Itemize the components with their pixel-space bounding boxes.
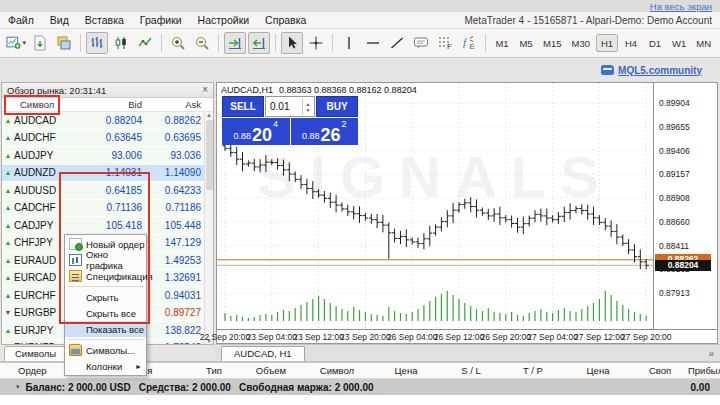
terminal-column-3[interactable]: Тип bbox=[188, 365, 240, 376]
column-symbol[interactable]: Символ bbox=[2, 99, 80, 110]
ask-pipette: 2 bbox=[342, 119, 347, 129]
symbol-name: AUDJPY bbox=[14, 150, 80, 161]
menu-item-символы-[interactable]: Символы... bbox=[65, 342, 146, 358]
ask-big-digits: 26 bbox=[320, 127, 340, 143]
ask-value: 1.70548 bbox=[142, 342, 203, 344]
fullscreen-link[interactable]: На весь экран bbox=[650, 1, 712, 12]
symbol-row-cadjpy[interactable]: ▲CADJPY105.418105.448 bbox=[2, 217, 213, 235]
trend-up-icon: ▲ bbox=[2, 187, 14, 194]
stepper-down-icon[interactable]: ▼ bbox=[306, 107, 311, 113]
symbol-row-audnzd[interactable]: ▲AUDNZD1.140311.14090 bbox=[2, 165, 213, 183]
buy-price-button[interactable]: 0.88262 bbox=[291, 118, 359, 145]
horizontal-line-icon[interactable] bbox=[362, 32, 384, 54]
buy-button[interactable]: BUY bbox=[316, 96, 358, 117]
vertical-line-icon[interactable] bbox=[338, 32, 360, 54]
timeframe-mn[interactable]: MN bbox=[692, 34, 715, 52]
fibonacci-icon[interactable]: F bbox=[434, 32, 456, 54]
symbol-row-audjpy[interactable]: ▲AUDJPY93.00693.036 bbox=[2, 147, 213, 165]
tab-symbols[interactable]: Символы bbox=[4, 346, 67, 361]
trend-down-icon: ▼ bbox=[2, 309, 14, 316]
line-chart-icon[interactable] bbox=[134, 32, 156, 54]
indicators-icon[interactable]: fE bbox=[458, 32, 480, 54]
bar-chart-icon[interactable] bbox=[86, 32, 108, 54]
menu-3[interactable]: Вставка bbox=[77, 14, 132, 26]
text-label-icon[interactable] bbox=[410, 32, 432, 54]
menu-4[interactable]: Графики bbox=[132, 14, 190, 26]
terminal-column-6[interactable]: Цена bbox=[372, 365, 440, 376]
terminal-column-8[interactable]: T / P bbox=[502, 365, 564, 376]
menu-item-label: Новый ордер bbox=[86, 239, 144, 250]
one-click-trade-panel: SELL 0.01 ▲▼ BUY 0.88204 bbox=[222, 96, 358, 145]
new-order-icon bbox=[69, 238, 82, 250]
lot-size-input[interactable]: 0.01 ▲▼ bbox=[265, 96, 315, 117]
timeframe-m5[interactable]: M5 bbox=[515, 34, 537, 52]
column-bid[interactable]: Bid bbox=[80, 99, 142, 110]
chart-plot[interactable]: SIGNALS AUDCAD,H10.88363 0.88368 0.88162… bbox=[217, 83, 653, 329]
menu-2[interactable]: Вид bbox=[42, 14, 77, 26]
menu-item-показать-все[interactable]: Показать все bbox=[65, 321, 146, 337]
trend-up-icon: ▲ bbox=[2, 274, 14, 281]
autoscroll-icon[interactable] bbox=[224, 32, 246, 54]
menu-5[interactable]: Настройки bbox=[190, 14, 258, 26]
symbol-name: AUDNZD bbox=[14, 167, 80, 178]
menu-item-спецификация[interactable]: Спецификация bbox=[65, 268, 146, 284]
sell-button[interactable]: SELL bbox=[222, 96, 264, 117]
lot-stepper[interactable]: ▲▼ bbox=[302, 98, 313, 115]
crosshair-icon[interactable] bbox=[305, 32, 327, 54]
menu-1[interactable]: Файл bbox=[0, 14, 42, 26]
zoom-out-icon[interactable] bbox=[191, 32, 213, 54]
terminal-column-11[interactable]: Прибыль bbox=[688, 365, 720, 376]
timeframe-m15[interactable]: M15 bbox=[539, 34, 565, 52]
timeframe-d1[interactable]: D1 bbox=[644, 34, 666, 52]
terminal-column-9[interactable]: Цена bbox=[564, 365, 632, 376]
menu-item-label: Скрыть все bbox=[86, 308, 136, 319]
chart-tab-audcad-h1[interactable]: AUDCAD, H1 bbox=[221, 346, 305, 361]
terminal-column-10[interactable]: Своп bbox=[632, 365, 688, 376]
timeframe-h4[interactable]: H4 bbox=[620, 34, 642, 52]
new-chart-icon[interactable]: ▾ bbox=[5, 32, 27, 54]
dropdown-caret-icon[interactable]: ▾ bbox=[22, 39, 26, 47]
terminal-column-4[interactable]: Объем bbox=[240, 365, 302, 376]
zoom-in-icon[interactable] bbox=[167, 32, 189, 54]
bid-value: 0.88204 bbox=[80, 115, 142, 126]
sell-price-button[interactable]: 0.88204 bbox=[222, 118, 290, 145]
menu-item-скрыть[interactable]: Скрыть bbox=[65, 289, 146, 305]
terminal-column-7[interactable]: S / L bbox=[440, 365, 502, 376]
trend-up-icon: ▲ bbox=[2, 292, 14, 299]
profiles-icon[interactable] bbox=[29, 32, 51, 54]
chart-shift-icon[interactable] bbox=[248, 32, 270, 54]
candlestick-chart-icon[interactable] bbox=[110, 32, 132, 54]
scroll-thumb[interactable] bbox=[206, 120, 213, 190]
timeframe-m30[interactable]: M30 bbox=[567, 34, 593, 52]
balance-row[interactable]: ▾ Баланс: 2 000.00 USD Средства: 2 000.0… bbox=[0, 379, 720, 395]
scrollbar[interactable]: ▲▼ bbox=[204, 112, 213, 344]
menu-item-колонки[interactable]: Колонки► bbox=[65, 358, 146, 374]
tab-overflow-icon[interactable]: » bbox=[708, 348, 714, 359]
close-icon[interactable]: × bbox=[202, 85, 208, 95]
symbol-row-audchf[interactable]: ▲AUDCHF0.636450.63695 bbox=[2, 130, 213, 148]
toolbar-separator bbox=[485, 34, 486, 52]
symbol-row-audusd[interactable]: ▲AUDUSD0.641850.64233 bbox=[2, 182, 213, 200]
menu-6[interactable]: Справка bbox=[257, 14, 314, 26]
cascade-windows-icon[interactable] bbox=[53, 32, 75, 54]
cursor-icon[interactable] bbox=[281, 32, 303, 54]
trendline-icon[interactable] bbox=[386, 32, 408, 54]
column-ask[interactable]: Ask bbox=[142, 99, 203, 110]
expander-icon[interactable]: ▾ bbox=[16, 383, 20, 391]
market-watch-titlebar: Обзор рынка: 20:31:41 × bbox=[2, 83, 213, 98]
profit-value: 0.00 bbox=[691, 382, 720, 393]
ask-value: 0.94031 bbox=[142, 290, 203, 301]
menu-item-label: Колонки bbox=[86, 361, 122, 372]
time-axis: 22 Sep 20:0023 Sep 04:0023 Sep 12:0023 S… bbox=[217, 329, 717, 343]
mql5-community-link[interactable]: MQL5.community bbox=[618, 65, 702, 76]
menu-item-скрыть-все[interactable]: Скрыть все bbox=[65, 305, 146, 321]
menu-item-окно-графика[interactable]: Окно графика bbox=[65, 252, 146, 268]
timeframe-w1[interactable]: W1 bbox=[668, 34, 690, 52]
ask-value: 0.89727 bbox=[142, 307, 203, 318]
timeframe-m1[interactable]: M1 bbox=[491, 34, 513, 52]
symbol-row-audcad[interactable]: ▲AUDCAD0.882040.88262 bbox=[2, 112, 213, 130]
terminal-column-5[interactable]: Символ bbox=[302, 365, 372, 376]
symbol-row-cadchf[interactable]: ▲CADCHF0.711360.71186 bbox=[2, 200, 213, 218]
timeframe-h1[interactable]: H1 bbox=[596, 34, 618, 52]
scroll-up-icon[interactable]: ▲ bbox=[206, 112, 212, 118]
